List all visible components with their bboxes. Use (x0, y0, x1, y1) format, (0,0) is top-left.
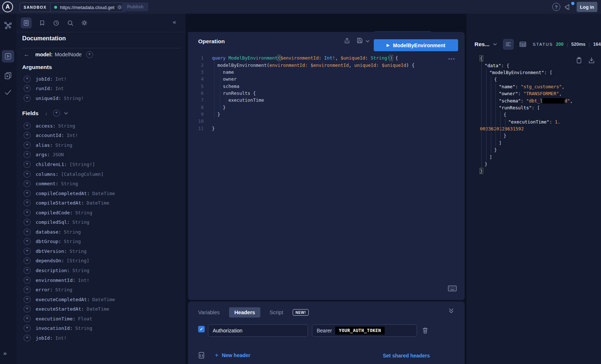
field-row[interactable]: +alias:String (16, 140, 185, 150)
field-row[interactable]: +compiledSql:String (16, 217, 185, 227)
field-type[interactable]: [String] (67, 258, 89, 263)
field-name[interactable]: description: (36, 268, 70, 273)
field-row[interactable]: +accountId:Int! (16, 131, 185, 141)
add-field-icon[interactable]: + (24, 267, 31, 274)
code-line[interactable]: 6 runResults { (188, 90, 457, 97)
field-type[interactable]: String (55, 287, 72, 292)
add-field-icon[interactable]: + (24, 335, 31, 341)
field-type[interactable]: String (61, 181, 78, 186)
field-type[interactable]: DateTime (87, 306, 109, 312)
field-type[interactable]: [CatalogColumn] (61, 171, 104, 177)
add-field-icon[interactable]: + (86, 51, 93, 58)
response-title[interactable]: Res... (474, 41, 489, 48)
code-line[interactable]: 10 (188, 118, 457, 125)
field-type[interactable]: Int! (55, 76, 67, 82)
field-type[interactable]: Int! (78, 278, 89, 283)
tab-variables[interactable]: Variables (198, 310, 220, 315)
graphql-code-editor[interactable]: 1query ModelByEnvironment($environmentId… (188, 54, 457, 132)
field-row[interactable]: +compiledCode:String (16, 208, 185, 218)
field-name[interactable]: jobId: (36, 76, 53, 82)
field-row[interactable]: +dependsOn:[String] (16, 256, 185, 266)
field-name[interactable]: database: (36, 229, 61, 235)
field-name[interactable]: childrenL1: (36, 162, 67, 167)
add-field-icon[interactable]: + (24, 151, 31, 158)
field-row[interactable]: +database:String (16, 227, 185, 237)
history-icon[interactable] (53, 20, 60, 27)
field-row[interactable]: +runId:Int (16, 84, 185, 94)
code-line[interactable]: 9 } (188, 111, 457, 118)
add-field-icon[interactable]: + (24, 76, 31, 82)
field-type[interactable]: String (64, 229, 81, 235)
field-row[interactable]: +comment:String (16, 179, 185, 189)
field-row[interactable]: +description:String (16, 266, 185, 275)
field-type[interactable]: String (58, 123, 75, 129)
field-type[interactable]: Int! (67, 133, 78, 138)
field-name[interactable]: columns: (36, 171, 59, 177)
breadcrumb-type[interactable]: ModelNode (55, 52, 82, 57)
code-line[interactable]: 11} (188, 125, 457, 132)
field-name[interactable]: compileCompletedAt: (36, 191, 90, 196)
explorer-play-icon[interactable] (2, 50, 14, 62)
field-type[interactable]: JSON (52, 152, 64, 157)
pretty-print-icon[interactable] (503, 39, 514, 50)
collapse-section-chevrons-icon[interactable] (448, 308, 454, 314)
add-field-icon[interactable]: + (24, 277, 31, 284)
field-type[interactable]: [String!] (69, 162, 95, 167)
field-row[interactable]: +uniqueId:String! (16, 93, 185, 103)
add-field-icon[interactable]: + (24, 325, 31, 332)
tab-headers[interactable]: Headers (229, 307, 260, 318)
code-line[interactable]: 4 owner (188, 76, 457, 82)
field-type[interactable]: Float (78, 316, 92, 321)
operations-collection-icon[interactable] (4, 71, 12, 80)
schema-graph-icon[interactable] (4, 21, 12, 30)
field-type[interactable]: String (55, 142, 72, 148)
field-type[interactable]: Int (55, 86, 64, 91)
publish-button[interactable]: Publish (122, 3, 148, 11)
field-name[interactable]: executionTime: (36, 316, 76, 321)
field-name[interactable]: accountId: (36, 133, 64, 138)
add-field-icon[interactable]: + (24, 190, 31, 197)
field-name[interactable]: invocationId: (36, 325, 73, 331)
delete-header-trash-icon[interactable] (422, 327, 428, 334)
field-name[interactable]: runId: (36, 86, 53, 91)
field-row[interactable]: +compileStartedAt:DateTime (16, 198, 185, 208)
field-row[interactable]: +executionTime:Float (16, 314, 185, 324)
code-line[interactable]: 3 name (188, 69, 457, 76)
add-field-icon[interactable]: + (24, 171, 31, 178)
header-value-input[interactable]: Bearer YOUR_AUTH_TOKEN (312, 324, 417, 337)
field-name[interactable]: access: (36, 123, 56, 129)
field-row[interactable]: +error:String (16, 285, 185, 295)
field-type[interactable]: DateTime (92, 191, 115, 196)
code-line[interactable]: 8 } (188, 104, 457, 110)
add-field-icon[interactable]: + (24, 238, 31, 245)
chevron-down-icon[interactable] (64, 112, 68, 115)
field-row[interactable]: +dbtVersion:String (16, 246, 185, 256)
code-line[interactable]: 2 modelByEnvironment(environmentId: $env… (188, 61, 457, 68)
settings-gear-icon[interactable] (81, 20, 88, 26)
field-type[interactable]: Int! (55, 335, 67, 341)
login-button[interactable]: Log in (577, 2, 597, 12)
megaphone-icon[interactable] (564, 3, 572, 11)
field-name[interactable]: jobId: (36, 335, 53, 341)
new-header-button[interactable]: + New header (215, 352, 251, 359)
field-name[interactable]: alias: (36, 142, 53, 148)
field-type[interactable]: String (75, 325, 92, 331)
run-operation-button[interactable]: ▶ ModelByEnvironment (374, 39, 458, 51)
field-name[interactable]: comment: (36, 181, 59, 186)
field-name[interactable]: executeStartedAt: (36, 306, 84, 312)
field-row[interactable]: +executeCompletedAt:DateTime (16, 295, 185, 304)
auth-token-value[interactable]: YOUR_AUTH_TOKEN (335, 327, 385, 335)
field-name[interactable]: uniqueId: (36, 96, 61, 101)
field-row[interactable]: +executeStartedAt:DateTime (16, 304, 185, 314)
help-icon[interactable]: ? (552, 3, 560, 11)
expand-rail-icon[interactable]: » (3, 350, 7, 357)
field-type[interactable]: DateTime (92, 297, 115, 302)
share-icon[interactable] (344, 37, 350, 44)
field-name[interactable]: error: (36, 287, 53, 292)
code-line[interactable]: 7 executionTime (188, 97, 457, 104)
add-field-icon[interactable]: + (24, 85, 31, 92)
add-field-icon[interactable]: + (24, 142, 31, 149)
field-row[interactable]: +jobId:Int! (16, 333, 185, 343)
field-type[interactable]: String (69, 248, 87, 254)
response-dropdown-chevron-icon[interactable] (493, 43, 497, 46)
